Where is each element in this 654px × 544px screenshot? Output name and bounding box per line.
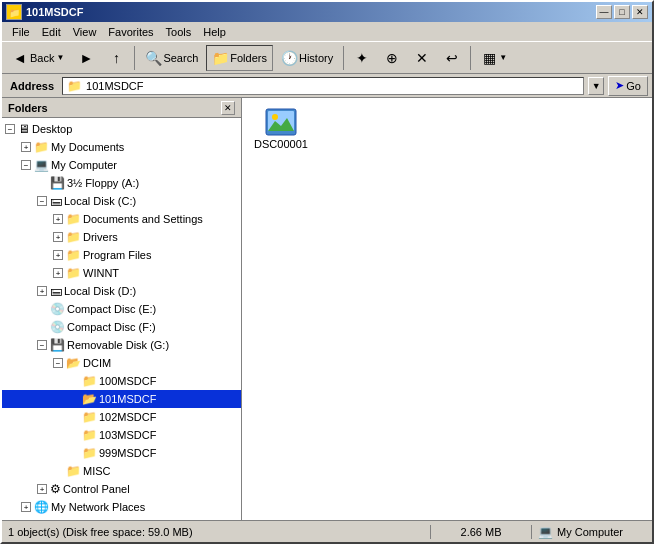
menu-file[interactable]: File [6,24,36,40]
status-middle-text: 2.66 MB [461,526,502,538]
tree-item-dcim[interactable]: − 📂 DCIM [2,354,241,372]
progfiles-icon: 📁 [66,248,81,262]
expand-winnt[interactable]: + [53,268,63,278]
tree-item-101msdcf[interactable]: 📂 101MSDCF [2,390,241,408]
expand-localc[interactable]: − [37,196,47,206]
back-label: Back [30,52,54,64]
100msdcf-label: 100MSDCF [99,375,156,387]
tree-item-ctrlpanel[interactable]: + ⚙ Control Panel [2,480,241,498]
expand-dcim[interactable]: − [53,358,63,368]
tree-item-desktop[interactable]: − 🖥 Desktop [2,120,241,138]
expand-mycomp[interactable]: − [21,160,31,170]
back-button[interactable]: ◄ Back ▼ [6,45,70,71]
tree-item-misc[interactable]: 📁 MISC [2,462,241,480]
tree-item-progfiles[interactable]: + 📁 Program Files [2,246,241,264]
no-expand-cdf [34,319,50,335]
expand-docsettings[interactable]: + [53,214,63,224]
101msdcf-label: 101MSDCF [99,393,156,405]
search-button[interactable]: 🔍 Search [139,45,204,71]
tree-item-102msdcf[interactable]: 📁 102MSDCF [2,408,241,426]
no-expand-floppy [34,175,50,191]
address-input-container[interactable]: 📁 101MSDCF [62,77,584,95]
undo-button[interactable]: ↩ [438,45,466,71]
tree-item-mydocs[interactable]: + 📁 My Documents [2,138,241,156]
views-button[interactable]: ▦ ▼ [475,45,513,71]
tree-item-999msdcf[interactable]: 📁 999MSDCF [2,444,241,462]
maximize-button[interactable]: □ [614,5,630,19]
menu-edit[interactable]: Edit [36,24,67,40]
tree-item-docsettings[interactable]: + 📁 Documents and Settings [2,210,241,228]
folders-tree[interactable]: − 🖥 Desktop + 📁 My Documents − 💻 My Comp… [2,118,241,520]
mynetwork-icon: 🌐 [34,500,49,514]
go-label: Go [626,80,641,92]
desktop-label: Desktop [32,123,72,135]
dcim-label: DCIM [83,357,111,369]
history-icon: 🕐 [281,50,297,66]
status-right: 💻 My Computer [532,521,652,542]
tree-item-103msdcf[interactable]: 📁 103MSDCF [2,426,241,444]
search-icon: 🔍 [145,50,161,66]
ctrlpanel-icon: ⚙ [50,482,61,496]
103msdcf-label: 103MSDCF [99,429,156,441]
main-window: 📁 101MSDCF — □ ✕ File Edit View Favorite… [0,0,654,544]
removableg-icon: 💾 [50,338,65,352]
tree-item-cdf[interactable]: 💿 Compact Disc (F:) [2,318,241,336]
tree-item-locald[interactable]: + 🖴 Local Disk (D:) [2,282,241,300]
expand-removableg[interactable]: − [37,340,47,350]
history-button[interactable]: 🕐 History [275,45,339,71]
localc-label: Local Disk (C:) [64,195,136,207]
status-right-text: My Computer [557,526,623,538]
toolbar-separator-3 [470,46,471,70]
delete-button[interactable]: ✕ [408,45,436,71]
history-label: History [299,52,333,64]
mycomp-status-icon: 💻 [538,525,553,539]
tree-item-cde[interactable]: 💿 Compact Disc (E:) [2,300,241,318]
undo-icon: ↩ [444,50,460,66]
tree-item-winnt[interactable]: + 📁 WINNT [2,264,241,282]
tree-item-mycomp[interactable]: − 💻 My Computer [2,156,241,174]
menu-tools[interactable]: Tools [160,24,198,40]
101msdcf-icon: 📂 [82,392,97,406]
views-icon: ▦ [481,50,497,66]
expand-locald[interactable]: + [37,286,47,296]
move-to-button[interactable]: ✦ [348,45,376,71]
tree-item-mynetwork[interactable]: + 🌐 My Network Places [2,498,241,516]
folders-icon: 📁 [212,50,228,66]
floppy-icon: 💾 [50,176,65,190]
back-icon: ◄ [12,50,28,66]
address-dropdown-button[interactable]: ▼ [588,77,604,95]
menu-favorites[interactable]: Favorites [102,24,159,40]
expand-ctrlpanel[interactable]: + [37,484,47,494]
views-dropdown-icon: ▼ [499,53,507,62]
tree-item-drivers[interactable]: + 📁 Drivers [2,228,241,246]
menu-help[interactable]: Help [197,24,232,40]
tree-item-removableg[interactable]: − 💾 Removable Disk (G:) [2,336,241,354]
expand-progfiles[interactable]: + [53,250,63,260]
menu-view[interactable]: View [67,24,103,40]
file-icon-image [265,106,297,138]
expand-mydocs[interactable]: + [21,142,31,152]
expand-mynetwork[interactable]: + [21,502,31,512]
forward-button[interactable]: ► [72,45,100,71]
expand-drivers[interactable]: + [53,232,63,242]
minimize-button[interactable]: — [596,5,612,19]
menu-bar: File Edit View Favorites Tools Help [2,22,652,42]
tree-item-floppy[interactable]: 💾 3½ Floppy (A:) [2,174,241,192]
close-button[interactable]: ✕ [632,5,648,19]
file-item-dsc00001[interactable]: DSC00001 [246,102,316,154]
up-button[interactable]: ↑ [102,45,130,71]
address-bar: Address 📁 101MSDCF ▼ ➤ Go [2,74,652,98]
expand-desktop[interactable]: − [5,124,15,134]
folders-button[interactable]: 📁 Folders [206,45,273,71]
cdf-icon: 💿 [50,320,65,334]
cdf-label: Compact Disc (F:) [67,321,156,333]
copy-to-button[interactable]: ⊕ [378,45,406,71]
address-value: 101MSDCF [86,80,143,92]
tree-item-100msdcf[interactable]: 📁 100MSDCF [2,372,241,390]
folders-close-button[interactable]: ✕ [221,101,235,115]
mycomp-icon: 💻 [34,158,49,172]
status-left-text: 1 object(s) (Disk free space: 59.0 MB) [8,526,193,538]
go-button[interactable]: ➤ Go [608,76,648,96]
tree-item-localc[interactable]: − 🖴 Local Disk (C:) [2,192,241,210]
search-label: Search [163,52,198,64]
